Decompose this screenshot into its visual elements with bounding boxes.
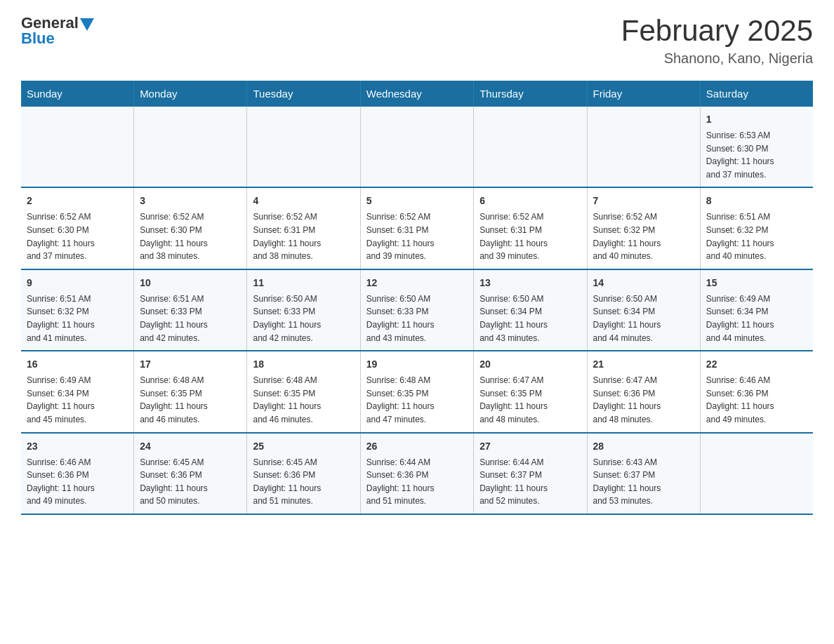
calendar-day-cell: 20Sunrise: 6:47 AM Sunset: 6:35 PM Dayli… [474,351,587,432]
calendar-day-cell: 15Sunrise: 6:49 AM Sunset: 6:34 PM Dayli… [700,269,813,351]
calendar-day-cell: 28Sunrise: 6:43 AM Sunset: 6:37 PM Dayli… [587,433,700,514]
day-number: 1 [706,112,807,127]
day-number: 26 [366,439,468,454]
calendar-day-cell: 23Sunrise: 6:46 AM Sunset: 6:36 PM Dayli… [21,433,134,514]
day-info: Sunrise: 6:50 AM Sunset: 6:33 PM Dayligh… [253,293,354,344]
calendar-day-cell: 14Sunrise: 6:50 AM Sunset: 6:34 PM Dayli… [587,269,700,351]
day-info: Sunrise: 6:52 AM Sunset: 6:32 PM Dayligh… [593,210,694,262]
calendar-day-cell: 8Sunrise: 6:51 AM Sunset: 6:32 PM Daylig… [700,187,813,269]
day-number: 6 [479,194,581,208]
calendar-day-cell [360,107,473,187]
calendar-day-cell: 27Sunrise: 6:44 AM Sunset: 6:37 PM Dayli… [474,433,587,514]
day-number: 18 [253,357,354,372]
day-info: Sunrise: 6:49 AM Sunset: 6:34 PM Dayligh… [27,374,128,426]
day-info: Sunrise: 6:48 AM Sunset: 6:35 PM Dayligh… [253,374,354,426]
day-number: 22 [706,357,807,372]
calendar-day-cell: 24Sunrise: 6:45 AM Sunset: 6:36 PM Dayli… [134,433,247,514]
calendar-day-cell [700,433,813,514]
calendar-title: February 2025 [621,14,813,48]
day-info: Sunrise: 6:53 AM Sunset: 6:30 PM Dayligh… [706,129,807,181]
day-number: 9 [27,276,128,290]
calendar-week-row: 23Sunrise: 6:46 AM Sunset: 6:36 PM Dayli… [21,433,813,514]
calendar-day-cell: 7Sunrise: 6:52 AM Sunset: 6:32 PM Daylig… [587,187,700,269]
day-number: 11 [253,276,354,290]
day-number: 10 [140,276,241,290]
calendar-week-row: 1Sunrise: 6:53 AM Sunset: 6:30 PM Daylig… [21,107,813,187]
title-block: February 2025 Shanono, Kano, Nigeria [621,14,813,67]
day-number: 7 [593,194,694,208]
calendar-day-cell: 4Sunrise: 6:52 AM Sunset: 6:31 PM Daylig… [247,187,360,269]
weekday-header: Sunday [21,81,134,107]
day-info: Sunrise: 6:49 AM Sunset: 6:34 PM Dayligh… [706,293,807,344]
logo: General Blue [21,14,94,48]
calendar-day-cell: 18Sunrise: 6:48 AM Sunset: 6:35 PM Dayli… [247,351,360,432]
day-info: Sunrise: 6:46 AM Sunset: 6:36 PM Dayligh… [27,456,128,508]
day-info: Sunrise: 6:45 AM Sunset: 6:36 PM Dayligh… [140,456,241,508]
calendar-day-cell: 16Sunrise: 6:49 AM Sunset: 6:34 PM Dayli… [21,351,134,432]
calendar-day-cell: 2Sunrise: 6:52 AM Sunset: 6:30 PM Daylig… [21,187,134,269]
svg-marker-0 [80,18,94,31]
calendar-day-cell: 21Sunrise: 6:47 AM Sunset: 6:36 PM Dayli… [587,351,700,432]
day-info: Sunrise: 6:51 AM Sunset: 6:33 PM Dayligh… [140,293,241,344]
day-number: 12 [366,276,468,290]
weekday-header: Thursday [474,81,587,107]
weekday-header: Monday [134,81,247,107]
day-info: Sunrise: 6:48 AM Sunset: 6:35 PM Dayligh… [366,374,468,426]
calendar-day-cell [474,107,587,187]
day-info: Sunrise: 6:44 AM Sunset: 6:36 PM Dayligh… [366,456,468,508]
logo-blue-text: Blue [21,29,55,48]
day-info: Sunrise: 6:47 AM Sunset: 6:36 PM Dayligh… [593,374,694,426]
calendar-day-cell: 26Sunrise: 6:44 AM Sunset: 6:36 PM Dayli… [360,433,473,514]
calendar-day-cell [247,107,360,187]
calendar-week-row: 16Sunrise: 6:49 AM Sunset: 6:34 PM Dayli… [21,351,813,432]
day-info: Sunrise: 6:52 AM Sunset: 6:30 PM Dayligh… [140,210,241,262]
weekday-header: Friday [587,81,700,107]
day-info: Sunrise: 6:51 AM Sunset: 6:32 PM Dayligh… [706,210,807,262]
day-number: 28 [593,439,694,454]
weekday-header-row: SundayMondayTuesdayWednesdayThursdayFrid… [21,81,813,107]
calendar-week-row: 9Sunrise: 6:51 AM Sunset: 6:32 PM Daylig… [21,269,813,351]
day-info: Sunrise: 6:50 AM Sunset: 6:33 PM Dayligh… [366,293,468,344]
calendar-day-cell: 3Sunrise: 6:52 AM Sunset: 6:30 PM Daylig… [134,187,247,269]
day-number: 27 [479,439,581,454]
day-info: Sunrise: 6:51 AM Sunset: 6:32 PM Dayligh… [27,293,128,344]
day-info: Sunrise: 6:44 AM Sunset: 6:37 PM Dayligh… [479,456,581,508]
day-number: 3 [140,194,241,208]
day-number: 17 [140,357,241,372]
day-info: Sunrise: 6:50 AM Sunset: 6:34 PM Dayligh… [593,293,694,344]
day-info: Sunrise: 6:45 AM Sunset: 6:36 PM Dayligh… [253,456,354,508]
calendar-week-row: 2Sunrise: 6:52 AM Sunset: 6:30 PM Daylig… [21,187,813,269]
day-number: 8 [706,194,807,208]
calendar-table: SundayMondayTuesdayWednesdayThursdayFrid… [21,81,813,515]
day-number: 23 [27,439,128,454]
calendar-subtitle: Shanono, Kano, Nigeria [621,51,813,67]
calendar-day-cell: 10Sunrise: 6:51 AM Sunset: 6:33 PM Dayli… [134,269,247,351]
logo-triangle-icon [80,18,94,31]
day-info: Sunrise: 6:48 AM Sunset: 6:35 PM Dayligh… [140,374,241,426]
day-number: 14 [593,276,694,290]
calendar-day-cell: 25Sunrise: 6:45 AM Sunset: 6:36 PM Dayli… [247,433,360,514]
day-info: Sunrise: 6:47 AM Sunset: 6:35 PM Dayligh… [479,374,581,426]
calendar-day-cell: 19Sunrise: 6:48 AM Sunset: 6:35 PM Dayli… [360,351,473,432]
day-info: Sunrise: 6:52 AM Sunset: 6:31 PM Dayligh… [366,210,468,262]
day-info: Sunrise: 6:52 AM Sunset: 6:31 PM Dayligh… [479,210,581,262]
weekday-header: Wednesday [360,81,473,107]
day-number: 21 [593,357,694,372]
day-info: Sunrise: 6:52 AM Sunset: 6:30 PM Dayligh… [27,210,128,262]
day-info: Sunrise: 6:52 AM Sunset: 6:31 PM Dayligh… [253,210,354,262]
day-number: 25 [253,439,354,454]
day-info: Sunrise: 6:43 AM Sunset: 6:37 PM Dayligh… [593,456,694,508]
calendar-day-cell: 1Sunrise: 6:53 AM Sunset: 6:30 PM Daylig… [700,107,813,187]
day-info: Sunrise: 6:50 AM Sunset: 6:34 PM Dayligh… [479,293,581,344]
day-info: Sunrise: 6:46 AM Sunset: 6:36 PM Dayligh… [706,374,807,426]
calendar-day-cell: 17Sunrise: 6:48 AM Sunset: 6:35 PM Dayli… [134,351,247,432]
calendar-day-cell: 22Sunrise: 6:46 AM Sunset: 6:36 PM Dayli… [700,351,813,432]
day-number: 16 [27,357,128,372]
day-number: 15 [706,276,807,290]
calendar-day-cell: 5Sunrise: 6:52 AM Sunset: 6:31 PM Daylig… [360,187,473,269]
day-number: 4 [253,194,354,208]
calendar-day-cell: 11Sunrise: 6:50 AM Sunset: 6:33 PM Dayli… [247,269,360,351]
day-number: 19 [366,357,468,372]
calendar-day-cell: 9Sunrise: 6:51 AM Sunset: 6:32 PM Daylig… [21,269,134,351]
weekday-header: Saturday [700,81,813,107]
